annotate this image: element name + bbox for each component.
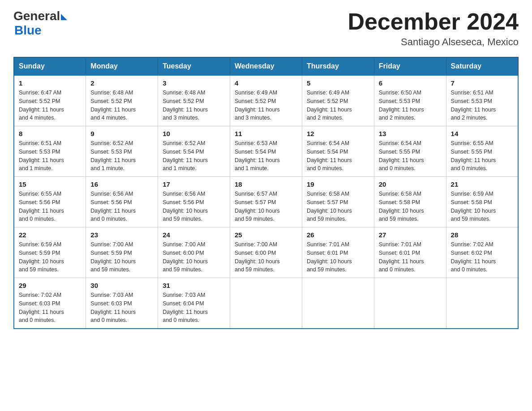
day-info: Sunrise: 6:54 AMSunset: 5:55 PMDaylight:… <box>379 139 442 173</box>
day-info: Sunrise: 6:58 AMSunset: 5:57 PMDaylight:… <box>307 190 369 223</box>
day-number: 28 <box>451 231 513 239</box>
day-info: Sunrise: 6:57 AMSunset: 5:57 PMDaylight:… <box>235 190 297 223</box>
table-cell: 25 Sunrise: 7:00 AMSunset: 6:00 PMDaylig… <box>230 227 302 278</box>
day-info: Sunrise: 6:52 AMSunset: 5:54 PMDaylight:… <box>163 139 225 173</box>
day-info: Sunrise: 6:51 AMSunset: 5:53 PMDaylight:… <box>451 89 513 122</box>
day-number: 21 <box>451 180 513 188</box>
day-number: 1 <box>19 79 81 87</box>
table-cell: 16 Sunrise: 6:56 AMSunset: 5:56 PMDaylig… <box>86 177 158 227</box>
day-info: Sunrise: 6:49 AMSunset: 5:52 PMDaylight:… <box>307 89 369 122</box>
table-cell: 29 Sunrise: 7:02 AMSunset: 6:03 PMDaylig… <box>14 278 86 329</box>
table-cell: 2 Sunrise: 6:48 AMSunset: 5:52 PMDayligh… <box>86 75 158 126</box>
table-cell: 26 Sunrise: 7:01 AMSunset: 6:01 PMDaylig… <box>302 227 374 278</box>
day-info: Sunrise: 7:01 AMSunset: 6:01 PMDaylight:… <box>307 240 369 274</box>
table-cell <box>302 278 374 329</box>
table-cell: 15 Sunrise: 6:55 AMSunset: 5:56 PMDaylig… <box>14 177 86 227</box>
col-sunday: Sunday <box>14 57 86 75</box>
calendar-header: Sunday Monday Tuesday Wednesday Thursday… <box>14 57 518 75</box>
day-number: 13 <box>379 130 442 137</box>
day-number: 16 <box>90 180 153 188</box>
day-number: 3 <box>163 79 225 87</box>
table-cell: 10 Sunrise: 6:52 AMSunset: 5:54 PMDaylig… <box>158 126 230 177</box>
logo-arrow-icon <box>61 14 67 20</box>
table-cell: 17 Sunrise: 6:56 AMSunset: 5:56 PMDaylig… <box>158 177 230 227</box>
table-cell: 24 Sunrise: 7:00 AMSunset: 6:00 PMDaylig… <box>158 227 230 278</box>
day-info: Sunrise: 6:54 AMSunset: 5:54 PMDaylight:… <box>307 139 369 173</box>
day-info: Sunrise: 6:58 AMSunset: 5:58 PMDaylight:… <box>379 190 442 223</box>
day-info: Sunrise: 7:03 AMSunset: 6:04 PMDaylight:… <box>163 291 225 325</box>
table-cell <box>230 278 302 329</box>
table-cell: 5 Sunrise: 6:49 AMSunset: 5:52 PMDayligh… <box>302 75 374 126</box>
table-cell: 13 Sunrise: 6:54 AMSunset: 5:55 PMDaylig… <box>374 126 446 177</box>
table-cell: 4 Sunrise: 6:49 AMSunset: 5:52 PMDayligh… <box>230 75 302 126</box>
week-row-3: 15 Sunrise: 6:55 AMSunset: 5:56 PMDaylig… <box>14 177 518 227</box>
table-cell: 12 Sunrise: 6:54 AMSunset: 5:54 PMDaylig… <box>302 126 374 177</box>
day-number: 29 <box>19 282 81 289</box>
day-info: Sunrise: 7:02 AMSunset: 6:02 PMDaylight:… <box>451 240 513 274</box>
day-number: 15 <box>19 180 81 188</box>
day-info: Sunrise: 6:48 AMSunset: 5:52 PMDaylight:… <box>90 89 153 122</box>
day-number: 19 <box>307 180 369 188</box>
day-info: Sunrise: 6:56 AMSunset: 5:56 PMDaylight:… <box>90 190 153 223</box>
table-cell: 27 Sunrise: 7:01 AMSunset: 6:01 PMDaylig… <box>374 227 446 278</box>
day-info: Sunrise: 7:02 AMSunset: 6:03 PMDaylight:… <box>19 291 81 325</box>
day-number: 14 <box>451 130 513 137</box>
table-cell <box>374 278 446 329</box>
col-thursday: Thursday <box>302 57 374 75</box>
calendar-location: Santiago Alseseca, Mexico <box>348 36 519 48</box>
day-number: 7 <box>451 79 513 87</box>
table-cell: 1 Sunrise: 6:47 AMSunset: 5:52 PMDayligh… <box>14 75 86 126</box>
table-cell: 23 Sunrise: 7:00 AMSunset: 5:59 PMDaylig… <box>86 227 158 278</box>
logo: General Blue <box>13 9 67 38</box>
day-number: 4 <box>235 79 297 87</box>
day-number: 24 <box>163 231 225 239</box>
col-saturday: Saturday <box>446 57 518 75</box>
day-info: Sunrise: 6:59 AMSunset: 5:59 PMDaylight:… <box>19 240 81 274</box>
day-info: Sunrise: 6:48 AMSunset: 5:52 PMDaylight:… <box>163 89 225 122</box>
day-number: 30 <box>90 282 153 289</box>
calendar-table: Sunday Monday Tuesday Wednesday Thursday… <box>13 57 519 329</box>
week-row-5: 29 Sunrise: 7:02 AMSunset: 6:03 PMDaylig… <box>14 278 518 329</box>
day-number: 26 <box>307 231 369 239</box>
day-number: 31 <box>163 282 225 289</box>
table-cell: 21 Sunrise: 6:59 AMSunset: 5:58 PMDaylig… <box>446 177 518 227</box>
calendar-body: 1 Sunrise: 6:47 AMSunset: 5:52 PMDayligh… <box>14 75 518 329</box>
table-cell: 22 Sunrise: 6:59 AMSunset: 5:59 PMDaylig… <box>14 227 86 278</box>
table-cell: 7 Sunrise: 6:51 AMSunset: 5:53 PMDayligh… <box>446 75 518 126</box>
day-number: 6 <box>379 79 442 87</box>
logo-general-text: General <box>13 9 60 23</box>
table-cell: 9 Sunrise: 6:52 AMSunset: 5:53 PMDayligh… <box>86 126 158 177</box>
col-monday: Monday <box>86 57 158 75</box>
day-info: Sunrise: 7:01 AMSunset: 6:01 PMDaylight:… <box>379 240 442 274</box>
day-number: 11 <box>235 130 297 137</box>
day-info: Sunrise: 6:49 AMSunset: 5:52 PMDaylight:… <box>235 89 297 122</box>
table-cell: 28 Sunrise: 7:02 AMSunset: 6:02 PMDaylig… <box>446 227 518 278</box>
day-info: Sunrise: 6:56 AMSunset: 5:56 PMDaylight:… <box>163 190 225 223</box>
table-cell: 19 Sunrise: 6:58 AMSunset: 5:57 PMDaylig… <box>302 177 374 227</box>
day-number: 12 <box>307 130 369 137</box>
page-header: General Blue December 2024 Santiago Alse… <box>13 9 519 48</box>
day-info: Sunrise: 6:55 AMSunset: 5:56 PMDaylight:… <box>19 190 81 223</box>
day-number: 22 <box>19 231 81 239</box>
day-number: 2 <box>90 79 153 87</box>
day-info: Sunrise: 7:00 AMSunset: 6:00 PMDaylight:… <box>235 240 297 274</box>
day-info: Sunrise: 6:55 AMSunset: 5:55 PMDaylight:… <box>451 139 513 173</box>
day-number: 9 <box>90 130 153 137</box>
table-cell: 14 Sunrise: 6:55 AMSunset: 5:55 PMDaylig… <box>446 126 518 177</box>
day-info: Sunrise: 7:00 AMSunset: 6:00 PMDaylight:… <box>163 240 225 274</box>
table-cell: 8 Sunrise: 6:51 AMSunset: 5:53 PMDayligh… <box>14 126 86 177</box>
day-number: 17 <box>163 180 225 188</box>
title-block: December 2024 Santiago Alseseca, Mexico <box>348 9 519 48</box>
table-cell: 6 Sunrise: 6:50 AMSunset: 5:53 PMDayligh… <box>374 75 446 126</box>
col-wednesday: Wednesday <box>230 57 302 75</box>
day-number: 18 <box>235 180 297 188</box>
table-cell: 18 Sunrise: 6:57 AMSunset: 5:57 PMDaylig… <box>230 177 302 227</box>
table-cell: 20 Sunrise: 6:58 AMSunset: 5:58 PMDaylig… <box>374 177 446 227</box>
day-info: Sunrise: 7:00 AMSunset: 5:59 PMDaylight:… <box>90 240 153 274</box>
week-row-4: 22 Sunrise: 6:59 AMSunset: 5:59 PMDaylig… <box>14 227 518 278</box>
col-friday: Friday <box>374 57 446 75</box>
day-info: Sunrise: 6:50 AMSunset: 5:53 PMDaylight:… <box>379 89 442 122</box>
day-number: 10 <box>163 130 225 137</box>
table-cell <box>446 278 518 329</box>
day-info: Sunrise: 6:51 AMSunset: 5:53 PMDaylight:… <box>19 139 81 173</box>
